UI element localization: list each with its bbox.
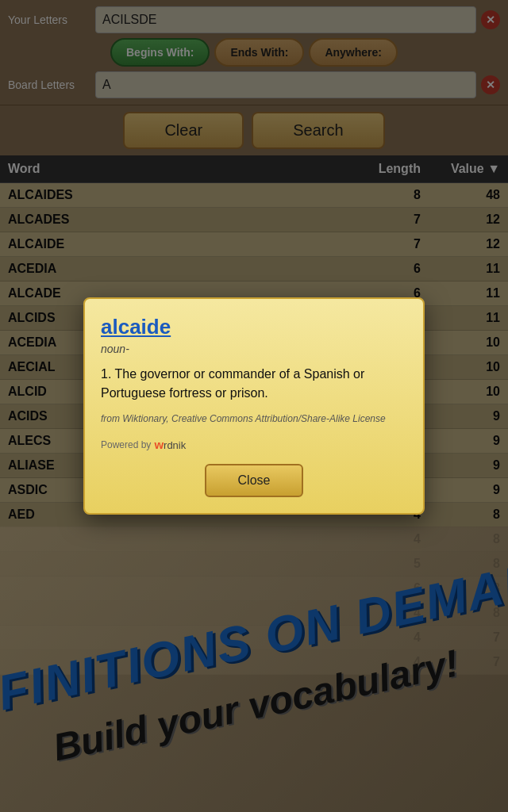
wordnik-logo: wrdnik <box>154 438 186 451</box>
definition-modal-overlay[interactable]: alcaide noun- 1. The governor or command… <box>0 0 508 812</box>
modal-close-button[interactable]: Close <box>205 464 304 497</box>
powered-by-label: Powered by <box>101 439 151 450</box>
definition-modal: alcaide noun- 1. The governor or command… <box>83 297 425 515</box>
modal-powered-by: Powered by wrdnik <box>101 438 407 451</box>
modal-definition: 1. The governor or commander of a Spanis… <box>101 365 407 403</box>
modal-attribution: from Wiktionary, Creative Commons Attrib… <box>101 412 407 426</box>
modal-pos: noun- <box>101 343 407 355</box>
modal-word[interactable]: alcaide <box>101 315 407 339</box>
